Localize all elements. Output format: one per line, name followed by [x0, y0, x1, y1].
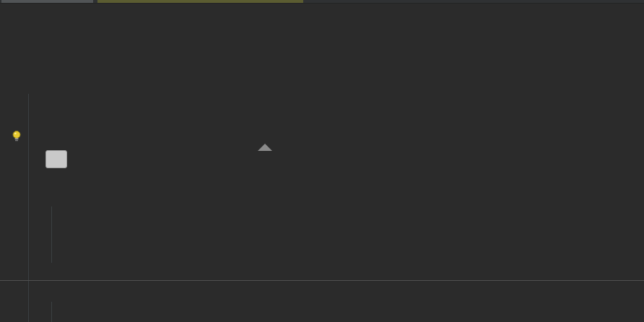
indent-guide — [51, 302, 52, 322]
lightbulb-icon[interactable] — [11, 130, 22, 142]
inspection-tooltip — [45, 150, 67, 168]
method-separator-line — [0, 280, 644, 281]
tooltip-arrow — [258, 144, 272, 151]
tab-strip-active[interactable] — [97, 0, 303, 3]
tab-bar-sliver — [0, 0, 644, 4]
tab-strip-left[interactable] — [1, 0, 93, 3]
indent-guide — [28, 94, 29, 322]
code-editor-window — [0, 0, 644, 322]
indent-guide — [51, 206, 52, 263]
